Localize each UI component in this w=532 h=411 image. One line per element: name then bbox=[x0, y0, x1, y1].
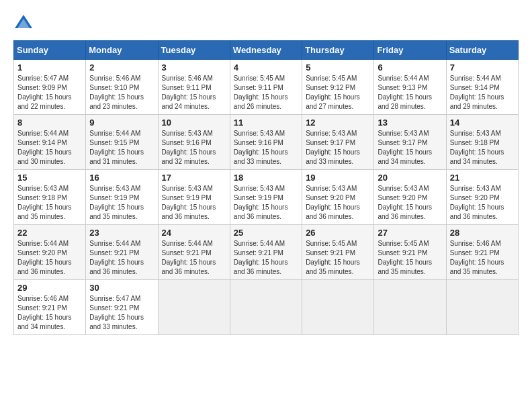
table-row bbox=[158, 280, 230, 335]
calendar-week-row: 15Sunrise: 5:43 AMSunset: 9:18 PMDayligh… bbox=[14, 170, 519, 225]
day-number: 24 bbox=[162, 228, 226, 238]
table-row bbox=[446, 280, 518, 335]
day-number: 15 bbox=[17, 173, 82, 183]
table-row: 12Sunrise: 5:43 AMSunset: 9:17 PMDayligh… bbox=[302, 115, 374, 170]
day-number: 30 bbox=[89, 283, 154, 293]
day-info: Sunrise: 5:46 AMSunset: 9:21 PMDaylight:… bbox=[450, 239, 515, 277]
day-number: 1 bbox=[17, 62, 82, 73]
table-row: 5Sunrise: 5:45 AMSunset: 9:12 PMDaylight… bbox=[302, 60, 374, 115]
day-info: Sunrise: 5:46 AMSunset: 9:21 PMDaylight:… bbox=[17, 294, 82, 332]
day-number: 29 bbox=[17, 283, 82, 293]
day-info: Sunrise: 5:45 AMSunset: 9:21 PMDaylight:… bbox=[378, 239, 442, 277]
table-row: 3Sunrise: 5:46 AMSunset: 9:11 PMDaylight… bbox=[158, 60, 230, 115]
day-number: 27 bbox=[378, 228, 442, 238]
day-info: Sunrise: 5:44 AMSunset: 9:15 PMDaylight:… bbox=[89, 129, 154, 167]
table-row: 19Sunrise: 5:43 AMSunset: 9:20 PMDayligh… bbox=[302, 170, 374, 225]
table-row: 28Sunrise: 5:46 AMSunset: 9:21 PMDayligh… bbox=[446, 225, 518, 280]
day-info: Sunrise: 5:43 AMSunset: 9:17 PMDaylight:… bbox=[378, 129, 442, 167]
day-info: Sunrise: 5:47 AMSunset: 9:09 PMDaylight:… bbox=[17, 74, 82, 111]
day-info: Sunrise: 5:45 AMSunset: 9:12 PMDaylight:… bbox=[306, 74, 370, 111]
day-number: 28 bbox=[450, 228, 515, 238]
day-number: 8 bbox=[17, 118, 82, 128]
table-row: 10Sunrise: 5:43 AMSunset: 9:16 PMDayligh… bbox=[158, 115, 230, 170]
table-row: 30Sunrise: 5:47 AMSunset: 9:21 PMDayligh… bbox=[86, 280, 158, 335]
col-header-tuesday: Tuesday bbox=[158, 41, 230, 60]
table-row: 16Sunrise: 5:43 AMSunset: 9:19 PMDayligh… bbox=[86, 170, 158, 225]
calendar-week-row: 8Sunrise: 5:44 AMSunset: 9:14 PMDaylight… bbox=[14, 115, 519, 170]
table-row: 25Sunrise: 5:44 AMSunset: 9:21 PMDayligh… bbox=[230, 225, 302, 280]
table-row: 20Sunrise: 5:43 AMSunset: 9:20 PMDayligh… bbox=[374, 170, 446, 225]
col-header-wednesday: Wednesday bbox=[230, 41, 302, 60]
day-info: Sunrise: 5:46 AMSunset: 9:10 PMDaylight:… bbox=[89, 74, 154, 111]
day-info: Sunrise: 5:43 AMSunset: 9:17 PMDaylight:… bbox=[306, 129, 370, 167]
day-info: Sunrise: 5:44 AMSunset: 9:21 PMDaylight:… bbox=[234, 239, 298, 277]
day-info: Sunrise: 5:44 AMSunset: 9:13 PMDaylight:… bbox=[378, 74, 442, 111]
table-row: 2Sunrise: 5:46 AMSunset: 9:10 PMDaylight… bbox=[86, 60, 158, 115]
table-row: 11Sunrise: 5:43 AMSunset: 9:16 PMDayligh… bbox=[230, 115, 302, 170]
day-number: 4 bbox=[234, 62, 298, 73]
day-info: Sunrise: 5:43 AMSunset: 9:16 PMDaylight:… bbox=[162, 129, 226, 167]
table-row bbox=[230, 280, 302, 335]
day-number: 18 bbox=[234, 173, 298, 183]
day-number: 6 bbox=[378, 62, 442, 73]
table-row: 13Sunrise: 5:43 AMSunset: 9:17 PMDayligh… bbox=[374, 115, 446, 170]
day-number: 9 bbox=[89, 118, 154, 128]
table-row: 6Sunrise: 5:44 AMSunset: 9:13 PMDaylight… bbox=[374, 60, 446, 115]
day-info: Sunrise: 5:43 AMSunset: 9:19 PMDaylight:… bbox=[162, 184, 226, 222]
table-row: 14Sunrise: 5:43 AMSunset: 9:18 PMDayligh… bbox=[446, 115, 518, 170]
day-info: Sunrise: 5:43 AMSunset: 9:16 PMDaylight:… bbox=[234, 129, 298, 167]
day-info: Sunrise: 5:43 AMSunset: 9:20 PMDaylight:… bbox=[378, 184, 442, 222]
day-number: 25 bbox=[234, 228, 298, 238]
col-header-monday: Monday bbox=[86, 41, 158, 60]
logo bbox=[13, 13, 36, 34]
col-header-sunday: Sunday bbox=[14, 41, 86, 60]
day-number: 17 bbox=[162, 173, 226, 183]
day-number: 14 bbox=[450, 118, 515, 128]
day-info: Sunrise: 5:47 AMSunset: 9:21 PMDaylight:… bbox=[89, 294, 154, 332]
day-info: Sunrise: 5:44 AMSunset: 9:20 PMDaylight:… bbox=[17, 239, 82, 277]
page-header bbox=[13, 13, 519, 34]
col-header-thursday: Thursday bbox=[302, 41, 374, 60]
calendar-week-row: 22Sunrise: 5:44 AMSunset: 9:20 PMDayligh… bbox=[14, 225, 519, 280]
day-number: 23 bbox=[89, 228, 154, 238]
day-number: 22 bbox=[17, 228, 82, 238]
table-row: 29Sunrise: 5:46 AMSunset: 9:21 PMDayligh… bbox=[14, 280, 86, 335]
day-number: 3 bbox=[162, 62, 226, 73]
day-info: Sunrise: 5:43 AMSunset: 9:18 PMDaylight:… bbox=[17, 184, 82, 222]
day-info: Sunrise: 5:44 AMSunset: 9:21 PMDaylight:… bbox=[89, 239, 154, 277]
day-info: Sunrise: 5:43 AMSunset: 9:18 PMDaylight:… bbox=[450, 129, 515, 167]
table-row bbox=[374, 280, 446, 335]
table-row: 21Sunrise: 5:43 AMSunset: 9:20 PMDayligh… bbox=[446, 170, 518, 225]
calendar-table: SundayMondayTuesdayWednesdayThursdayFrid… bbox=[13, 40, 519, 335]
day-info: Sunrise: 5:44 AMSunset: 9:14 PMDaylight:… bbox=[17, 129, 82, 167]
table-row: 23Sunrise: 5:44 AMSunset: 9:21 PMDayligh… bbox=[86, 225, 158, 280]
logo-icon bbox=[13, 13, 34, 34]
day-info: Sunrise: 5:46 AMSunset: 9:11 PMDaylight:… bbox=[162, 74, 226, 111]
table-row: 7Sunrise: 5:44 AMSunset: 9:14 PMDaylight… bbox=[446, 60, 518, 115]
day-number: 2 bbox=[89, 62, 154, 73]
day-info: Sunrise: 5:43 AMSunset: 9:19 PMDaylight:… bbox=[89, 184, 154, 222]
table-row: 4Sunrise: 5:45 AMSunset: 9:11 PMDaylight… bbox=[230, 60, 302, 115]
day-number: 21 bbox=[450, 173, 515, 183]
col-header-friday: Friday bbox=[374, 41, 446, 60]
table-row: 17Sunrise: 5:43 AMSunset: 9:19 PMDayligh… bbox=[158, 170, 230, 225]
table-row: 22Sunrise: 5:44 AMSunset: 9:20 PMDayligh… bbox=[14, 225, 86, 280]
calendar-week-row: 29Sunrise: 5:46 AMSunset: 9:21 PMDayligh… bbox=[14, 280, 519, 335]
day-number: 7 bbox=[450, 62, 515, 73]
day-number: 20 bbox=[378, 173, 442, 183]
col-header-saturday: Saturday bbox=[446, 41, 518, 60]
day-info: Sunrise: 5:43 AMSunset: 9:20 PMDaylight:… bbox=[306, 184, 370, 222]
day-number: 11 bbox=[234, 118, 298, 128]
day-info: Sunrise: 5:43 AMSunset: 9:19 PMDaylight:… bbox=[234, 184, 298, 222]
table-row: 8Sunrise: 5:44 AMSunset: 9:14 PMDaylight… bbox=[14, 115, 86, 170]
calendar-week-row: 1Sunrise: 5:47 AMSunset: 9:09 PMDaylight… bbox=[14, 60, 519, 115]
calendar-header-row: SundayMondayTuesdayWednesdayThursdayFrid… bbox=[14, 41, 519, 60]
table-row: 1Sunrise: 5:47 AMSunset: 9:09 PMDaylight… bbox=[14, 60, 86, 115]
day-info: Sunrise: 5:44 AMSunset: 9:14 PMDaylight:… bbox=[450, 74, 515, 111]
table-row: 15Sunrise: 5:43 AMSunset: 9:18 PMDayligh… bbox=[14, 170, 86, 225]
day-number: 16 bbox=[89, 173, 154, 183]
day-number: 26 bbox=[306, 228, 370, 238]
day-number: 19 bbox=[306, 173, 370, 183]
table-row bbox=[302, 280, 374, 335]
table-row: 27Sunrise: 5:45 AMSunset: 9:21 PMDayligh… bbox=[374, 225, 446, 280]
